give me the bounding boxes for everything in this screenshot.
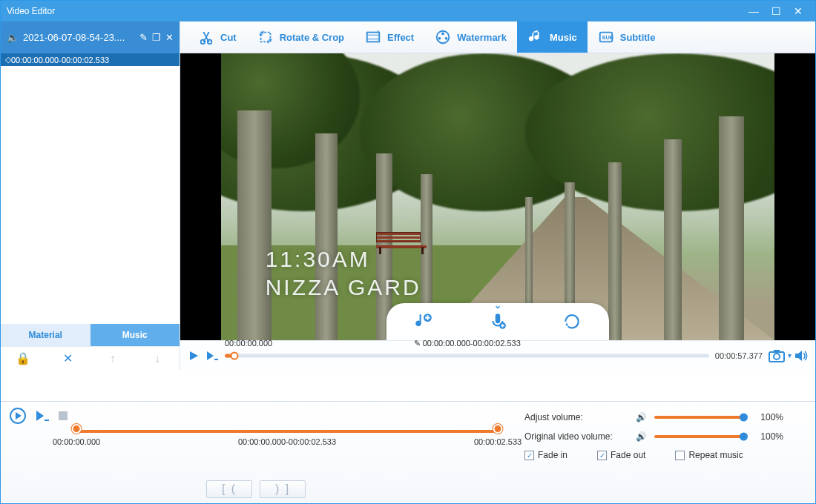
svg-point-0	[201, 40, 205, 44]
crop-icon	[257, 29, 274, 45]
svg-point-7	[445, 37, 448, 40]
dropdown-caret-icon[interactable]: ▾	[788, 351, 792, 359]
lock-icon[interactable]: 🔒	[12, 351, 34, 365]
tool-subtitle-label: Subtitle	[620, 32, 656, 43]
tool-watermark[interactable]: Watermark	[424, 21, 517, 53]
bottom-panel: 00:00:00.000 00:00:00.000-00:00:02.533 0…	[1, 401, 815, 503]
sidebar: 🔈 2021-06-07-08-54-23.... ✎ ❐ ✕ ◇ 00:00:…	[1, 21, 180, 370]
edit-icon[interactable]: ✎	[139, 32, 148, 43]
subtitle-icon: SUB	[598, 29, 614, 45]
toolbar: Cut Rotate & Crop Effect Watermark Music…	[180, 21, 815, 53]
music-trim-track[interactable]: 00:00:00.000 00:00:00.000-00:00:02.533 0…	[76, 425, 498, 460]
tool-music[interactable]: Music	[517, 21, 588, 53]
move-up-icon[interactable]: ↑	[102, 352, 124, 365]
trim-label-end: 00:00:02.533	[474, 437, 521, 446]
fadein-checkbox[interactable]: ✓Fade in	[524, 450, 567, 460]
file-close-icon[interactable]: ✕	[165, 32, 174, 43]
step-button[interactable]	[205, 350, 219, 362]
bracket-left-button[interactable]: [ (	[206, 480, 252, 498]
add-music-button[interactable]	[414, 312, 433, 331]
svg-point-6	[438, 37, 441, 40]
play-button[interactable]	[188, 350, 200, 362]
adjust-volume-value: 100%	[751, 412, 783, 422]
window-titlebar: Video Editor — ☐ ✕	[1, 1, 815, 21]
volume-options: Adjust volume: 🔊 100% Original video vol…	[511, 402, 815, 504]
maximize-button[interactable]: ☐	[765, 5, 787, 17]
tab-music[interactable]: Music	[91, 324, 180, 346]
file-header: 🔈 2021-06-07-08-54-23.... ✎ ❐ ✕	[1, 21, 180, 53]
tool-effect-label: Effect	[387, 32, 414, 43]
tool-music-label: Music	[550, 32, 577, 43]
tool-subtitle[interactable]: SUB Subtitle	[588, 21, 666, 53]
volume-button[interactable]	[794, 350, 808, 362]
move-down-icon[interactable]: ↓	[146, 352, 168, 365]
sidebar-actions: 🔒 ✕ ↑ ↓	[1, 346, 180, 370]
original-volume-slider[interactable]	[654, 435, 743, 438]
sidebar-empty	[1, 66, 180, 324]
music-playstep-button[interactable]	[35, 409, 50, 422]
trim-label-mid: 00:00:00.000-00:00:02.533	[238, 437, 336, 446]
trim-label-start: 00:00:00.000	[53, 437, 100, 446]
original-volume-speaker-icon[interactable]: 🔊	[636, 431, 647, 442]
original-volume-label: Original video volume:	[524, 431, 628, 442]
svg-rect-11	[496, 314, 501, 323]
clip-range-text: 00:00:00.000-00:00:02.533	[11, 56, 109, 64]
trim-handle-start[interactable]	[72, 424, 82, 434]
music-editor: 00:00:00.000 00:00:00.000-00:00:02.533 0…	[1, 402, 511, 504]
copy-icon[interactable]: ❐	[152, 32, 161, 43]
tool-cut-label: Cut	[220, 32, 237, 43]
repeat-checkbox[interactable]: Repeat music	[675, 450, 743, 460]
svg-rect-13	[214, 359, 218, 360]
speaker-icon: 🔈	[7, 32, 19, 43]
reel-icon	[435, 29, 451, 45]
fadeout-checkbox[interactable]: ✓Fade out	[597, 450, 645, 460]
music-icon	[527, 29, 544, 45]
tab-material[interactable]: Material	[1, 324, 91, 346]
minimize-button[interactable]: —	[743, 5, 765, 17]
close-button[interactable]: ✕	[787, 5, 809, 17]
panel-caret-icon[interactable]: ⌄	[494, 300, 501, 311]
preview-timeline: 00:00:00.000 ✎ 00:00:00.000-00:00:02.533…	[180, 340, 815, 370]
overlay-text: 11:30AM NIZZA GARD	[266, 247, 421, 300]
overlay-place: NIZZA GARD	[266, 275, 421, 300]
video-frame: 11:30AM NIZZA GARD	[221, 53, 774, 340]
scissors-icon	[198, 29, 214, 45]
svg-rect-16	[774, 350, 780, 353]
tool-rotate-label: Rotate & Crop	[280, 32, 344, 43]
adjust-volume-label: Adjust volume:	[524, 412, 628, 422]
tool-effect[interactable]: Effect	[355, 21, 424, 53]
tool-watermark-label: Watermark	[457, 32, 507, 43]
timeline-playhead[interactable]	[231, 351, 239, 359]
adjust-volume-speaker-icon[interactable]: 🔊	[636, 412, 647, 422]
timeline-track[interactable]: 00:00:00.000 ✎ 00:00:00.000-00:00:02.533	[225, 349, 709, 362]
svg-point-1	[208, 40, 212, 44]
clip-range-icon: ◇	[5, 55, 11, 64]
music-stop-button[interactable]	[59, 411, 68, 420]
adjust-volume-slider[interactable]	[654, 416, 743, 419]
music-play-button[interactable]	[10, 408, 26, 424]
bracket-right-button[interactable]: ) ]	[260, 480, 306, 498]
snapshot-button[interactable]	[769, 349, 785, 362]
svg-rect-2	[260, 33, 270, 42]
svg-text:SUB: SUB	[602, 34, 613, 41]
svg-rect-18	[45, 420, 49, 421]
delete-icon[interactable]: ✕	[56, 351, 79, 365]
timeline-start-label: 00:00:00.000	[225, 339, 272, 348]
svg-rect-3	[367, 33, 380, 42]
loop-music-button[interactable]	[562, 312, 582, 331]
trim-handle-end[interactable]	[493, 424, 503, 434]
tool-rotate-crop[interactable]: Rotate & Crop	[247, 21, 355, 53]
sidebar-tabs: Material Music	[1, 324, 180, 346]
file-name: 2021-06-07-08-54-23....	[23, 32, 135, 43]
clip-range-item[interactable]: ◇ 00:00:00.000-00:00:02.533	[1, 53, 180, 66]
svg-point-15	[774, 354, 780, 359]
overlay-time: 11:30AM	[266, 247, 421, 272]
music-panel: ⌄	[386, 303, 609, 340]
tool-cut[interactable]: Cut	[188, 21, 247, 53]
original-volume-value: 100%	[751, 431, 783, 442]
window-title: Video Editor	[7, 6, 743, 16]
timeline-end-label: 00:00:57.377	[715, 351, 763, 360]
add-mic-button[interactable]	[488, 312, 507, 331]
timeline-mark-label: ✎ 00:00:00.000-00:00:02.533	[414, 339, 521, 348]
svg-rect-19	[59, 411, 68, 420]
